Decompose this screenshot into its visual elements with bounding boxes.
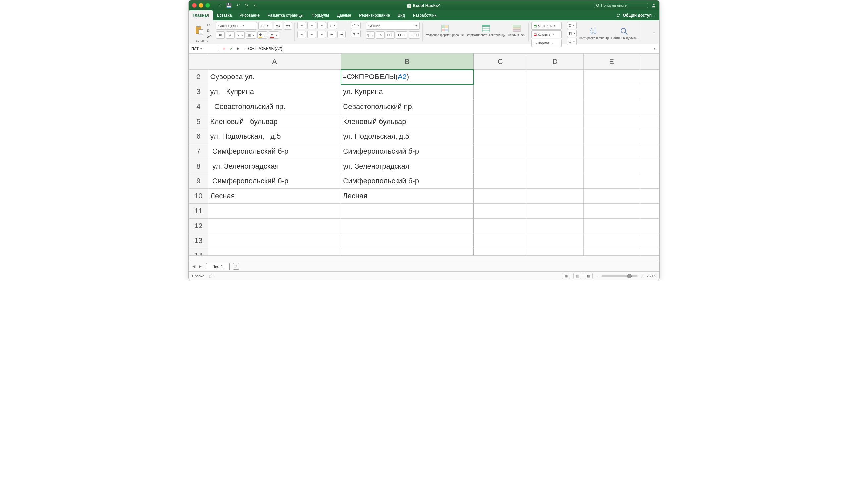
col-header-A[interactable]: A bbox=[208, 54, 341, 70]
view-normal-button[interactable]: ▦ bbox=[562, 272, 570, 279]
tab-data[interactable]: Данные bbox=[333, 10, 355, 20]
cell-B7[interactable]: Симферопольский б-р bbox=[341, 144, 474, 159]
cell-B4[interactable]: Севастопольский пр. bbox=[341, 100, 474, 114]
tab-insert[interactable]: Вставка bbox=[213, 10, 236, 20]
ribbon-collapse-icon[interactable]: ⌄ bbox=[651, 21, 657, 43]
find-select-button[interactable]: Найти и выделить bbox=[611, 26, 637, 40]
font-size-select[interactable]: 12▼ bbox=[258, 22, 272, 30]
row-header[interactable]: 11 bbox=[189, 204, 208, 219]
row-header[interactable]: 8 bbox=[189, 159, 208, 174]
format-painter-icon[interactable]: 🖌 bbox=[207, 34, 211, 39]
col-header-B[interactable]: B bbox=[341, 54, 474, 70]
font-name-select[interactable]: Calibri (Осн...▼ bbox=[216, 22, 257, 30]
col-header-D[interactable]: D bbox=[527, 54, 584, 70]
align-top-button[interactable]: ≡ bbox=[298, 22, 306, 29]
row-header[interactable]: 12 bbox=[189, 219, 208, 233]
italic-button[interactable]: К bbox=[226, 32, 234, 39]
tab-draw[interactable]: Рисование bbox=[235, 10, 263, 20]
cell-B2-editing[interactable]: =СЖПРОБЕЛЫ(A2) bbox=[341, 70, 474, 85]
cell-A9[interactable]: Симферопольский б-р bbox=[208, 174, 341, 189]
fill-color-button[interactable]: ◆▼ bbox=[258, 32, 267, 39]
cell-A8[interactable]: ул. Зеленоградская bbox=[208, 159, 341, 174]
window-minimize-icon[interactable] bbox=[199, 3, 204, 7]
row-header[interactable]: 9 bbox=[189, 174, 208, 189]
tab-view[interactable]: Вид bbox=[394, 10, 409, 20]
formula-cancel-button[interactable]: ✕ bbox=[222, 47, 226, 51]
row-header[interactable]: 10 bbox=[189, 189, 208, 204]
zoom-out-button[interactable]: − bbox=[596, 274, 598, 278]
cell-E2[interactable] bbox=[583, 70, 640, 85]
decrease-indent-button[interactable]: ⇤ bbox=[327, 31, 336, 38]
horizontal-scrollbar[interactable] bbox=[189, 255, 659, 261]
currency-button[interactable]: $▼ bbox=[366, 32, 375, 39]
sheet-prev-button[interactable]: ◀ bbox=[191, 264, 197, 269]
row-header[interactable]: 2 bbox=[189, 70, 208, 85]
insert-function-button[interactable]: fx bbox=[237, 47, 240, 51]
row-header[interactable]: 13 bbox=[189, 233, 208, 248]
sheet-tab[interactable]: Лист1 bbox=[206, 263, 230, 270]
cell-B10[interactable]: Лесная bbox=[341, 189, 474, 204]
format-cells-button[interactable]: ▭Формат▼ bbox=[531, 39, 562, 47]
save-icon[interactable]: 💾 bbox=[226, 3, 232, 8]
col-header-extra[interactable] bbox=[640, 54, 659, 70]
percent-button[interactable]: % bbox=[376, 32, 385, 39]
tab-page-layout[interactable]: Разметка страницы bbox=[264, 10, 308, 20]
insert-cells-button[interactable]: ⬒Вставить▼ bbox=[531, 22, 562, 30]
cell-A2[interactable]: Суворова ул. bbox=[208, 70, 341, 85]
cell-A4[interactable]: Севастопольский пр. bbox=[208, 100, 341, 114]
orientation-button[interactable]: ⤡▼ bbox=[327, 22, 337, 29]
cell-B8[interactable]: ул. Зеленоградская bbox=[341, 159, 474, 174]
number-format-select[interactable]: Общий▼ bbox=[366, 22, 420, 30]
window-zoom-icon[interactable] bbox=[205, 3, 210, 7]
spreadsheet-grid[interactable]: A B C D E 2 Суворова ул. =СЖПРОБЕЛЫ(A2) … bbox=[189, 53, 659, 255]
home-icon[interactable]: ⌂ bbox=[219, 3, 221, 8]
add-sheet-button[interactable]: + bbox=[233, 263, 240, 270]
cell-B5[interactable]: Кленовый бульвар bbox=[341, 114, 474, 129]
row-header[interactable]: 6 bbox=[189, 129, 208, 144]
fill-button[interactable]: ◧▼ bbox=[567, 30, 577, 37]
increase-decimal-button[interactable]: .00→ bbox=[396, 32, 407, 39]
conditional-formatting-button[interactable]: Условное форматирование bbox=[425, 23, 465, 37]
tab-developer[interactable]: Разработчик bbox=[409, 10, 440, 20]
format-as-table-button[interactable]: Форматировать как таблицу bbox=[466, 23, 506, 37]
increase-font-button[interactable]: A▴ bbox=[273, 22, 282, 30]
cell-A3[interactable]: ул. Куприна bbox=[208, 85, 341, 100]
qat-customize-icon[interactable]: ▼ bbox=[253, 4, 256, 7]
cell-A6[interactable]: ул. Подольская, д.5 bbox=[208, 129, 341, 144]
align-left-button[interactable]: ≡ bbox=[298, 31, 306, 38]
cut-icon[interactable]: ✂ bbox=[207, 22, 211, 28]
tab-review[interactable]: Рецензирование bbox=[355, 10, 394, 20]
name-box[interactable]: ПЛТ▼ bbox=[189, 47, 218, 51]
formula-bar-expand-icon[interactable]: ▼ bbox=[650, 47, 659, 50]
formula-enter-button[interactable]: ✓ bbox=[230, 47, 233, 51]
align-right-button[interactable]: ≡ bbox=[317, 31, 326, 38]
paste-button[interactable] bbox=[193, 25, 205, 36]
copy-icon[interactable]: ⧉ bbox=[207, 29, 211, 33]
align-middle-button[interactable]: ≡ bbox=[307, 22, 316, 29]
tab-home[interactable]: Главная bbox=[189, 10, 213, 20]
cell-styles-button[interactable]: Стили ячеек bbox=[508, 23, 526, 37]
row-header[interactable]: 3 bbox=[189, 85, 208, 100]
decrease-font-button[interactable]: A▾ bbox=[284, 22, 292, 30]
font-color-button[interactable]: A▼ bbox=[269, 32, 279, 39]
share-button[interactable]: + Общий доступ ⌄ bbox=[614, 10, 659, 20]
wrap-text-button[interactable]: ⏎▼ bbox=[351, 22, 361, 29]
bold-button[interactable]: Ж bbox=[216, 32, 225, 39]
align-bottom-button[interactable]: ≡ bbox=[317, 22, 326, 29]
account-icon[interactable] bbox=[651, 3, 656, 7]
row-header[interactable]: 5 bbox=[189, 114, 208, 129]
border-button[interactable]: ▦▼ bbox=[246, 32, 256, 39]
sort-filter-button[interactable]: AЯ Сортировка и фильтр bbox=[578, 26, 609, 40]
cell-A5[interactable]: Кленовый бульвар bbox=[208, 114, 341, 129]
zoom-level[interactable]: 250% bbox=[647, 274, 656, 278]
merge-cells-button[interactable]: ⬌▼ bbox=[351, 30, 361, 37]
window-close-icon[interactable] bbox=[192, 3, 197, 7]
cell-D2[interactable] bbox=[527, 70, 584, 85]
search-input[interactable]: Поиск на листе bbox=[594, 3, 648, 8]
undo-icon[interactable]: ↶ bbox=[236, 3, 240, 8]
cell-A10[interactable]: Лесная bbox=[208, 189, 341, 204]
view-page-break-button[interactable]: ▤ bbox=[585, 272, 593, 279]
view-page-layout-button[interactable]: ▥ bbox=[573, 272, 581, 279]
cell-B6[interactable]: ул. Подольская, д.5 bbox=[341, 129, 474, 144]
sheet-next-button[interactable]: ▶ bbox=[197, 264, 204, 269]
